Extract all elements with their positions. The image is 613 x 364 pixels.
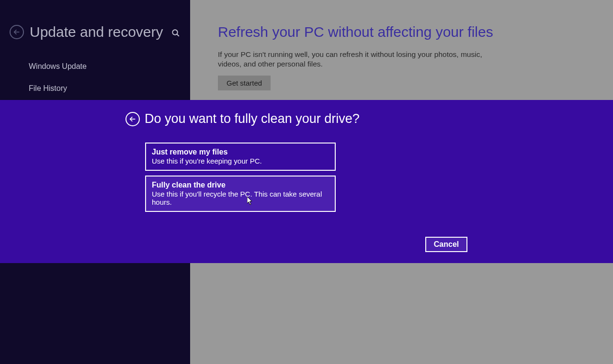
option-title: Just remove my files — [152, 148, 329, 156]
option-title: Fully clean the drive — [152, 181, 329, 189]
sidebar-item-file-history[interactable]: File History — [29, 84, 87, 93]
svg-point-1 — [172, 30, 178, 35]
get-started-button[interactable]: Get started — [218, 76, 271, 90]
svg-line-2 — [177, 34, 179, 36]
back-icon[interactable] — [10, 25, 24, 39]
modal-dialog: Do you want to fully clean your drive? J… — [0, 100, 613, 263]
section-title: Refresh your PC without affecting your f… — [218, 24, 500, 40]
modal-title: Do you want to fully clean your drive? — [145, 111, 360, 126]
option-just-remove-files[interactable]: Just remove my files Use this if you're … — [145, 143, 336, 171]
option-description: Use this if you'll recycle the PC. This … — [152, 190, 329, 206]
modal-back-icon[interactable] — [125, 112, 140, 126]
sidebar-header: Update and recovery — [10, 24, 163, 40]
option-description: Use this if you're keeping your PC. — [152, 157, 329, 165]
option-fully-clean-drive[interactable]: Fully clean the drive Use this if you'll… — [145, 176, 336, 212]
section-description: If your PC isn't running well, you can r… — [218, 50, 500, 69]
modal-header: Do you want to fully clean your drive? — [125, 111, 360, 126]
page-title: Update and recovery — [30, 24, 163, 40]
sidebar-item-windows-update[interactable]: Windows Update — [29, 62, 87, 71]
search-icon[interactable] — [171, 29, 180, 37]
content-area: Refresh your PC without affecting your f… — [218, 24, 500, 90]
sidebar-nav: Windows Update File History — [29, 62, 87, 93]
cancel-button[interactable]: Cancel — [425, 237, 467, 252]
